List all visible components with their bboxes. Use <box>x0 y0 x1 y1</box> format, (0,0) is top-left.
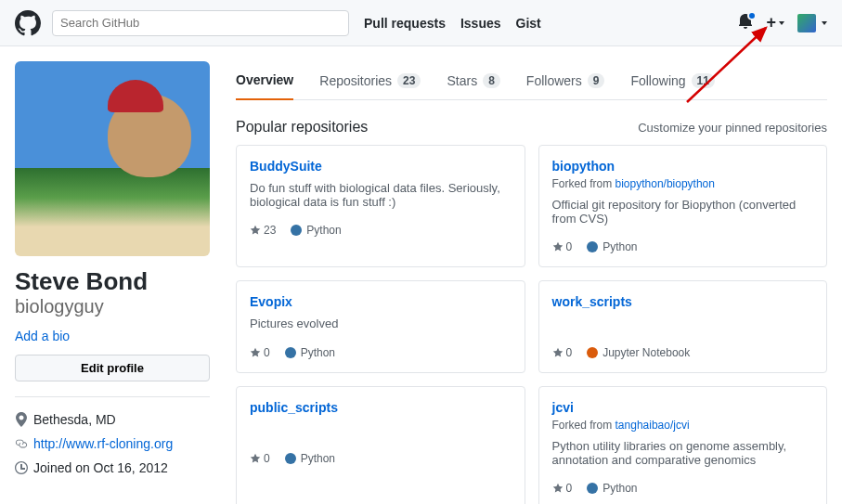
fork-source-link[interactable]: tanghaibao/jcvi <box>615 419 690 432</box>
top-nav: Pull requests Issues Gist <box>364 16 541 31</box>
star-count[interactable]: 0 <box>250 346 270 359</box>
repo-description <box>552 317 814 331</box>
tab-following[interactable]: Following11 <box>630 61 715 99</box>
tab-stars[interactable]: Stars8 <box>447 61 499 99</box>
repo-language: Python <box>291 224 341 237</box>
star-count[interactable]: 0 <box>552 346 573 359</box>
create-new-dropdown[interactable]: + <box>766 13 784 32</box>
repo-language: Python <box>285 452 335 465</box>
star-icon <box>552 347 563 358</box>
notification-dot <box>747 11 757 20</box>
customize-pinned-link[interactable]: Customize your pinned repositories <box>638 121 827 135</box>
tab-repositories[interactable]: Repositories23 <box>319 61 421 99</box>
profile-website: http://www.rf-cloning.org <box>15 436 210 451</box>
profile-location: Bethesda, MD <box>15 412 210 427</box>
star-count[interactable]: 0 <box>250 452 270 465</box>
star-icon <box>250 225 261 236</box>
add-bio-link[interactable]: Add a bio <box>15 329 70 343</box>
repo-card: BuddySuite Do fun stuff with biological … <box>236 145 525 267</box>
profile-username: biologyguy <box>15 296 210 317</box>
language-dot <box>587 347 598 358</box>
notifications-icon[interactable] <box>738 14 753 32</box>
avatar-icon <box>797 14 816 32</box>
repo-name-link[interactable]: work_scripts <box>552 294 632 309</box>
repo-name-link[interactable]: biopython <box>552 159 615 174</box>
repo-card: Evopix Pictures evolved 0Python <box>236 280 525 373</box>
language-dot <box>291 225 302 236</box>
star-icon <box>552 241 563 252</box>
language-dot <box>285 347 296 358</box>
divider <box>15 396 210 397</box>
forked-from: Forked from tanghaibao/jcvi <box>552 419 814 432</box>
repo-description: Python utility libraries on genome assem… <box>552 439 814 467</box>
repo-description: Official git repository for Biopython (c… <box>552 198 814 226</box>
repo-grid: BuddySuite Do fun stuff with biological … <box>236 145 827 504</box>
repo-language: Python <box>285 346 335 359</box>
fork-source-link[interactable]: biopython/biopython <box>615 177 715 190</box>
repo-name-link[interactable]: jcvi <box>552 400 574 415</box>
repo-description <box>250 422 512 437</box>
profile-sidebar: Steve Bond biologyguy Add a bio Edit pro… <box>15 61 210 504</box>
star-icon <box>250 347 261 358</box>
repo-name-link[interactable]: BuddySuite <box>250 159 322 174</box>
repo-card: biopython Forked from biopython/biopytho… <box>538 145 828 267</box>
top-bar: Pull requests Issues Gist + <box>0 0 842 46</box>
profile-tabs: Overview Repositories23 Stars8 Followers… <box>236 61 827 100</box>
star-count[interactable]: 0 <box>552 240 573 253</box>
location-text: Bethesda, MD <box>33 412 116 427</box>
repo-card: public_scripts 0Python <box>236 386 525 504</box>
profile-avatar[interactable] <box>15 61 210 256</box>
star-icon <box>250 453 261 464</box>
top-right: + <box>738 13 827 32</box>
main-content: Overview Repositories23 Stars8 Followers… <box>236 61 827 504</box>
language-dot <box>587 483 598 494</box>
tab-overview[interactable]: Overview <box>236 61 293 100</box>
tab-followers[interactable]: Followers9 <box>526 61 605 99</box>
profile-name: Steve Bond <box>15 267 210 296</box>
nav-pull-requests[interactable]: Pull requests <box>364 16 446 31</box>
nav-issues[interactable]: Issues <box>460 16 501 31</box>
popular-repos-heading: Popular repositories <box>236 119 368 136</box>
star-count[interactable]: 0 <box>552 482 573 495</box>
link-icon <box>15 436 28 451</box>
repo-card: work_scripts 0Jupyter Notebook <box>538 280 828 373</box>
joined-text: Joined on Oct 16, 2012 <box>33 460 168 475</box>
website-link[interactable]: http://www.rf-cloning.org <box>33 436 173 451</box>
clock-icon <box>15 460 28 475</box>
user-menu[interactable] <box>797 14 827 32</box>
repo-description: Do fun stuff with biological data files.… <box>250 181 512 209</box>
search-input[interactable] <box>52 10 349 36</box>
repo-language: Python <box>587 482 637 495</box>
repo-description: Pictures evolved <box>250 317 512 331</box>
edit-profile-button[interactable]: Edit profile <box>15 355 210 381</box>
repo-name-link[interactable]: public_scripts <box>250 400 338 415</box>
star-icon <box>552 483 563 494</box>
star-count[interactable]: 23 <box>250 224 276 237</box>
repo-language: Python <box>587 240 637 253</box>
repo-name-link[interactable]: Evopix <box>250 294 292 309</box>
location-icon <box>15 412 28 427</box>
nav-gist[interactable]: Gist <box>516 16 541 31</box>
profile-joined: Joined on Oct 16, 2012 <box>15 460 210 475</box>
forked-from: Forked from biopython/biopython <box>552 177 814 190</box>
repo-language: Jupyter Notebook <box>587 346 690 359</box>
github-logo-icon[interactable] <box>15 10 41 36</box>
language-dot <box>587 241 598 252</box>
repo-card: jcvi Forked from tanghaibao/jcvi Python … <box>538 386 828 504</box>
language-dot <box>285 453 296 464</box>
